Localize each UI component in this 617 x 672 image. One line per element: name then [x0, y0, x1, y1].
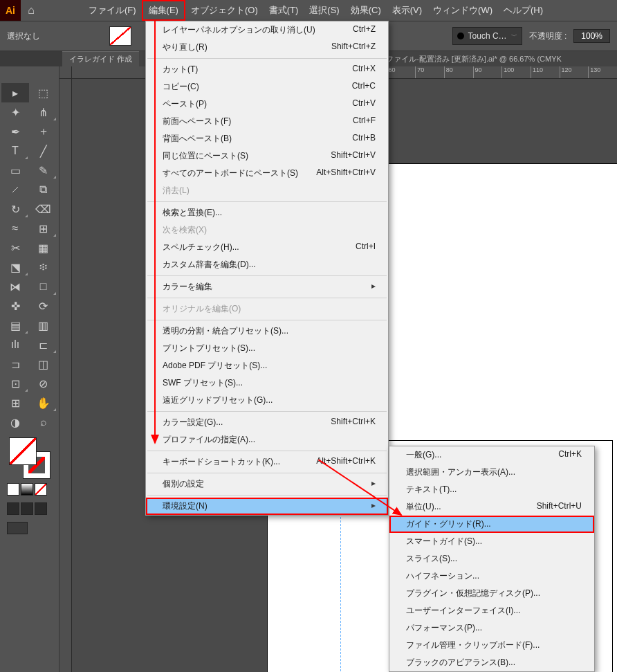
menu-item[interactable]: 前面へペースト(F)Ctrl+F [146, 113, 388, 130]
tool-18[interactable]: ⬔ [1, 257, 29, 277]
tool-30[interactable]: ⊡ [1, 374, 29, 393]
color-mode-gradient[interactable] [21, 483, 33, 496]
menu-item[interactable]: カラーを編集▸ [146, 278, 388, 296]
tool-6[interactable]: T [1, 141, 29, 161]
ruler-tick: 60 [386, 66, 415, 78]
tool-21[interactable]: □ [30, 277, 57, 296]
menu-item[interactable]: すべてのアートボードにペースト(S)Alt+Shift+Ctrl+V [146, 165, 388, 182]
menu-object[interactable]: オブジェクト(O) [185, 0, 264, 21]
menu-select[interactable]: 選択(S) [304, 0, 344, 21]
tool-32[interactable]: ⊞ [1, 393, 29, 412]
submenu-item[interactable]: ファイル管理・クリップボード(F)... [389, 637, 594, 654]
ruler-origin[interactable] [59, 66, 72, 79]
tool-13[interactable]: ⌫ [30, 199, 57, 219]
tool-2[interactable]: ✦ [1, 102, 29, 122]
menu-item[interactable]: プリントプリセット(S)... [146, 340, 388, 357]
tool-20[interactable]: ⧒ [1, 277, 29, 296]
tool-7[interactable]: ╱ [30, 141, 57, 161]
submenu-item[interactable]: ユーザーインターフェイス(I)... [389, 602, 594, 619]
screen-mode[interactable] [7, 522, 28, 534]
tool-26[interactable]: ılı [1, 335, 29, 354]
menu-item[interactable]: 遠近グリッドプリセット(G)... [146, 392, 388, 409]
fill-swatch-main[interactable] [9, 437, 37, 465]
tool-15[interactable]: ⊞ [30, 219, 57, 238]
draw-behind[interactable] [21, 502, 33, 515]
tool-1[interactable]: ⬚ [30, 83, 57, 102]
tool-27[interactable]: ⊏ [30, 335, 57, 354]
menu-item[interactable]: 同じ位置にペースト(S)Shift+Ctrl+V [146, 147, 388, 165]
tool-11[interactable]: ⧉ [30, 180, 57, 199]
menu-help[interactable]: ヘルプ(H) [498, 0, 549, 21]
menu-item[interactable]: 検索と置換(E)... [146, 204, 388, 221]
menu-view[interactable]: 表示(V) [387, 0, 427, 21]
menu-item[interactable]: 個別の設定▸ [146, 475, 388, 493]
menu-item[interactable]: カラー設定(G)...Shift+Ctrl+K [146, 414, 388, 431]
menu-type[interactable]: 書式(T) [264, 0, 304, 21]
ruler-vertical[interactable] [59, 79, 72, 672]
submenu-item[interactable]: 単位(U)...Shift+Ctrl+U [389, 498, 594, 516]
tool-33[interactable]: ✋ [30, 393, 57, 412]
menu-item[interactable]: コピー(C)Ctrl+C [146, 78, 388, 96]
menu-item[interactable]: レイヤーパネルオプションの取り消し(U)Ctrl+Z [146, 21, 388, 39]
tool-24[interactable]: ▤ [1, 316, 29, 335]
menu-item[interactable]: カスタム辞書を編集(D)... [146, 256, 388, 273]
menu-item[interactable]: Adobe PDF プリセット(S)... [146, 357, 388, 374]
submenu-item[interactable]: プラグイン・仮想記憶ディスク(P)... [389, 585, 594, 602]
tool-9[interactable]: ✎ [30, 161, 57, 180]
tool-23[interactable]: ⟳ [30, 296, 57, 316]
menu-window[interactable]: ウィンドウ(W) [427, 0, 498, 21]
tool-5[interactable]: ＋ [30, 122, 57, 141]
menu-file[interactable]: ファイル(F) [83, 0, 142, 21]
menu-item[interactable]: 環境設定(N)▸ [146, 498, 388, 515]
menu-item[interactable]: プロファイルの指定(A)... [146, 431, 388, 448]
menu-effect[interactable]: 効果(C) [345, 0, 387, 21]
fill-swatch[interactable] [109, 26, 131, 46]
tool-3[interactable]: ⋔ [30, 102, 57, 122]
submenu-item[interactable]: スマートガイド(S)... [389, 533, 594, 550]
menu-item[interactable]: カット(T)Ctrl+X [146, 61, 388, 78]
menu-edit[interactable]: 編集(E) [142, 0, 185, 21]
menu-item[interactable]: キーボードショートカット(K)...Alt+Shift+Ctrl+K [146, 453, 388, 471]
tool-14[interactable]: ≈ [1, 219, 29, 238]
menu-item[interactable]: SWF プリセット(S)... [146, 374, 388, 392]
tool-22[interactable]: ✜ [1, 296, 29, 316]
submenu-item[interactable]: ハイフネーション... [389, 567, 594, 585]
submenu-item[interactable]: ガイド・グリッド(R)... [389, 516, 594, 533]
graphic-style-select[interactable]: Touch C… ﹀ [452, 27, 522, 45]
color-mode-solid[interactable] [7, 483, 19, 496]
color-mode-none[interactable] [35, 483, 47, 496]
submenu-item[interactable]: ブラックのアピアランス(B)... [389, 654, 594, 671]
fill-stroke-swatch[interactable] [9, 437, 50, 479]
opacity-value[interactable]: 100% [573, 29, 610, 43]
tool-16[interactable]: ✂ [1, 238, 29, 257]
submenu-item[interactable]: パフォーマンス(P)... [389, 619, 594, 637]
tool-17[interactable]: ▦ [30, 238, 57, 257]
document-tab[interactable]: イラレガイド 作成 [62, 51, 139, 66]
tool-10[interactable]: ⟋ [1, 180, 29, 199]
ruler-tick: 90 [473, 66, 502, 78]
menu-item[interactable]: スペルチェック(H)...Ctrl+I [146, 239, 388, 256]
submenu-item[interactable]: テキスト(T)... [389, 481, 594, 498]
tool-12[interactable]: ↻ [1, 199, 29, 219]
tool-4[interactable]: ✒ [1, 122, 29, 141]
tool-28[interactable]: ⊐ [1, 354, 29, 374]
ruler-tick: 130 [588, 66, 617, 78]
menu-item[interactable]: 透明の分割・統合プリセット(S)... [146, 323, 388, 340]
tool-35[interactable]: ⌕ [30, 412, 57, 432]
submenu-item[interactable]: 選択範囲・アンカー表示(A)... [389, 464, 594, 481]
tool-34[interactable]: ◑ [1, 412, 29, 432]
draw-normal[interactable] [7, 502, 19, 515]
tool-25[interactable]: ▥ [30, 316, 57, 335]
home-icon[interactable]: ⌂ [21, 0, 42, 21]
tool-29[interactable]: ◫ [30, 354, 57, 374]
tool-8[interactable]: ▭ [1, 161, 29, 180]
menu-item[interactable]: 背面へペースト(B)Ctrl+B [146, 130, 388, 147]
submenu-item[interactable]: スライス(S)... [389, 550, 594, 567]
draw-inside[interactable] [35, 502, 47, 515]
tool-0[interactable]: ▸ [1, 83, 29, 102]
tool-31[interactable]: ⊘ [30, 374, 57, 393]
tool-19[interactable]: ፨ [30, 257, 57, 277]
menu-item[interactable]: やり直し(R)Shift+Ctrl+Z [146, 39, 388, 56]
menu-item[interactable]: ペースト(P)Ctrl+V [146, 96, 388, 113]
submenu-item[interactable]: 一般(G)...Ctrl+K [389, 446, 594, 464]
